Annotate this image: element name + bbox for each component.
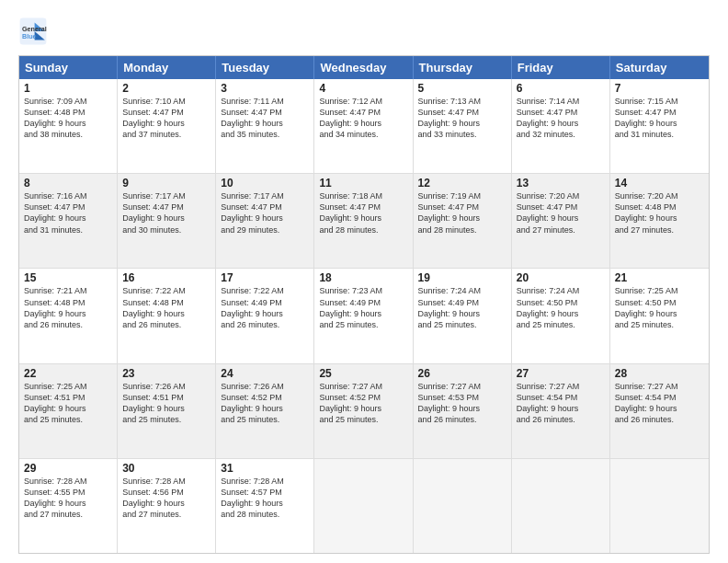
calendar-cell: 10Sunrise: 7:17 AMSunset: 4:47 PMDayligh… — [216, 174, 314, 268]
day-number: 7 — [615, 82, 704, 95]
day-number: 10 — [221, 177, 309, 190]
cell-text: Sunrise: 7:26 AMSunset: 4:51 PMDaylight:… — [122, 381, 210, 426]
cell-text: Sunrise: 7:28 AMSunset: 4:55 PMDaylight:… — [24, 476, 112, 521]
calendar-cell — [414, 459, 512, 553]
calendar-cell: 2Sunrise: 7:10 AMSunset: 4:47 PMDaylight… — [118, 79, 216, 173]
cell-text: Sunrise: 7:18 AMSunset: 4:47 PMDaylight:… — [319, 190, 407, 236]
cell-text: Sunrise: 7:10 AMSunset: 4:47 PMDaylight:… — [122, 96, 210, 141]
day-number: 21 — [615, 271, 704, 284]
day-number: 6 — [517, 82, 605, 95]
cell-text: Sunrise: 7:26 AMSunset: 4:52 PMDaylight:… — [221, 381, 309, 426]
day-number: 19 — [418, 271, 506, 284]
day-number: 14 — [615, 177, 704, 190]
cell-text: Sunrise: 7:15 AMSunset: 4:47 PMDaylight:… — [615, 96, 704, 141]
day-number: 9 — [122, 177, 210, 190]
day-number: 20 — [517, 271, 605, 284]
day-number: 25 — [319, 367, 407, 380]
calendar-cell: 17Sunrise: 7:22 AMSunset: 4:49 PMDayligh… — [216, 269, 314, 362]
calendar-cell: 16Sunrise: 7:22 AMSunset: 4:48 PMDayligh… — [118, 269, 216, 362]
calendar-cell — [610, 459, 709, 553]
day-number: 1 — [24, 82, 112, 95]
day-number: 3 — [221, 82, 309, 95]
calendar-cell: 26Sunrise: 7:27 AMSunset: 4:53 PMDayligh… — [414, 364, 512, 458]
calendar-cell: 6Sunrise: 7:14 AMSunset: 4:47 PMDaylight… — [512, 79, 610, 173]
day-number: 16 — [122, 271, 210, 284]
calendar-cell: 30Sunrise: 7:28 AMSunset: 4:56 PMDayligh… — [118, 459, 216, 553]
day-number: 18 — [319, 271, 407, 284]
calendar-cell: 27Sunrise: 7:27 AMSunset: 4:54 PMDayligh… — [512, 364, 610, 458]
day-number: 27 — [517, 367, 605, 380]
day-number: 26 — [418, 367, 506, 380]
header-day-tuesday: Tuesday — [216, 56, 314, 79]
calendar-cell: 7Sunrise: 7:15 AMSunset: 4:47 PMDaylight… — [610, 79, 709, 173]
header-day-thursday: Thursday — [414, 56, 512, 79]
cell-text: Sunrise: 7:16 AMSunset: 4:47 PMDaylight:… — [24, 190, 112, 236]
header-day-saturday: Saturday — [610, 56, 709, 79]
cell-text: Sunrise: 7:25 AMSunset: 4:50 PMDaylight:… — [615, 285, 704, 330]
cell-text: Sunrise: 7:24 AMSunset: 4:49 PMDaylight:… — [418, 285, 506, 330]
day-number: 2 — [122, 82, 210, 95]
cell-text: Sunrise: 7:22 AMSunset: 4:48 PMDaylight:… — [122, 285, 210, 330]
calendar-cell: 15Sunrise: 7:21 AMSunset: 4:48 PMDayligh… — [19, 269, 118, 362]
calendar-cell: 3Sunrise: 7:11 AMSunset: 4:47 PMDaylight… — [216, 79, 314, 173]
day-number: 17 — [221, 271, 309, 284]
calendar-cell: 13Sunrise: 7:20 AMSunset: 4:47 PMDayligh… — [512, 174, 610, 268]
cell-text: Sunrise: 7:27 AMSunset: 4:52 PMDaylight:… — [319, 381, 407, 426]
day-number: 15 — [24, 271, 112, 284]
calendar-row-3: 15Sunrise: 7:21 AMSunset: 4:48 PMDayligh… — [19, 268, 709, 362]
cell-text: Sunrise: 7:19 AMSunset: 4:47 PMDaylight:… — [418, 190, 506, 236]
day-number: 24 — [221, 367, 309, 380]
cell-text: Sunrise: 7:23 AMSunset: 4:49 PMDaylight:… — [319, 285, 407, 330]
calendar-cell: 24Sunrise: 7:26 AMSunset: 4:52 PMDayligh… — [216, 364, 314, 458]
cell-text: Sunrise: 7:09 AMSunset: 4:48 PMDaylight:… — [24, 96, 112, 141]
calendar-row-2: 8Sunrise: 7:16 AMSunset: 4:47 PMDaylight… — [19, 173, 709, 268]
cell-text: Sunrise: 7:13 AMSunset: 4:47 PMDaylight:… — [418, 96, 506, 141]
svg-text:Blue: Blue — [22, 32, 37, 40]
calendar-row-4: 22Sunrise: 7:25 AMSunset: 4:51 PMDayligh… — [19, 363, 709, 458]
day-number: 4 — [319, 82, 407, 95]
calendar-cell: 28Sunrise: 7:27 AMSunset: 4:54 PMDayligh… — [610, 364, 709, 458]
day-number: 8 — [24, 177, 112, 190]
day-number: 28 — [615, 367, 704, 380]
calendar-cell — [512, 459, 610, 553]
cell-text: Sunrise: 7:28 AMSunset: 4:57 PMDaylight:… — [221, 476, 309, 521]
calendar-cell: 31Sunrise: 7:28 AMSunset: 4:57 PMDayligh… — [216, 459, 314, 553]
header-day-sunday: Sunday — [19, 56, 118, 79]
header: General Blue — [18, 17, 710, 46]
calendar-cell: 25Sunrise: 7:27 AMSunset: 4:52 PMDayligh… — [314, 364, 413, 458]
calendar: SundayMondayTuesdayWednesdayThursdayFrid… — [18, 55, 710, 554]
cell-text: Sunrise: 7:28 AMSunset: 4:56 PMDaylight:… — [122, 476, 210, 521]
cell-text: Sunrise: 7:14 AMSunset: 4:47 PMDaylight:… — [517, 96, 605, 141]
calendar-cell: 11Sunrise: 7:18 AMSunset: 4:47 PMDayligh… — [314, 174, 413, 268]
day-number: 5 — [418, 82, 506, 95]
calendar-row-5: 29Sunrise: 7:28 AMSunset: 4:55 PMDayligh… — [19, 458, 709, 553]
cell-text: Sunrise: 7:20 AMSunset: 4:47 PMDaylight:… — [517, 190, 605, 236]
calendar-cell: 29Sunrise: 7:28 AMSunset: 4:55 PMDayligh… — [19, 459, 118, 553]
cell-text: Sunrise: 7:27 AMSunset: 4:53 PMDaylight:… — [418, 381, 506, 426]
logo: General Blue — [18, 17, 53, 46]
cell-text: Sunrise: 7:25 AMSunset: 4:51 PMDaylight:… — [24, 381, 112, 426]
calendar-cell: 23Sunrise: 7:26 AMSunset: 4:51 PMDayligh… — [118, 364, 216, 458]
cell-text: Sunrise: 7:21 AMSunset: 4:48 PMDaylight:… — [24, 285, 112, 330]
cell-text: Sunrise: 7:24 AMSunset: 4:50 PMDaylight:… — [517, 285, 605, 330]
calendar-header: SundayMondayTuesdayWednesdayThursdayFrid… — [19, 56, 709, 79]
day-number: 11 — [319, 177, 407, 190]
cell-text: Sunrise: 7:17 AMSunset: 4:47 PMDaylight:… — [221, 190, 309, 236]
logo-icon: General Blue — [18, 17, 48, 46]
day-number: 23 — [122, 367, 210, 380]
cell-text: Sunrise: 7:12 AMSunset: 4:47 PMDaylight:… — [319, 96, 407, 141]
calendar-cell: 1Sunrise: 7:09 AMSunset: 4:48 PMDaylight… — [19, 79, 118, 173]
calendar-cell — [314, 459, 413, 553]
cell-text: Sunrise: 7:27 AMSunset: 4:54 PMDaylight:… — [517, 381, 605, 426]
calendar-cell: 12Sunrise: 7:19 AMSunset: 4:47 PMDayligh… — [414, 174, 512, 268]
calendar-cell: 4Sunrise: 7:12 AMSunset: 4:47 PMDaylight… — [314, 79, 413, 173]
day-number: 12 — [418, 177, 506, 190]
header-day-wednesday: Wednesday — [314, 56, 413, 79]
cell-text: Sunrise: 7:20 AMSunset: 4:48 PMDaylight:… — [615, 190, 704, 236]
day-number: 31 — [221, 462, 309, 475]
day-number: 29 — [24, 462, 112, 475]
header-day-friday: Friday — [512, 56, 610, 79]
calendar-cell: 19Sunrise: 7:24 AMSunset: 4:49 PMDayligh… — [414, 269, 512, 362]
calendar-cell: 5Sunrise: 7:13 AMSunset: 4:47 PMDaylight… — [414, 79, 512, 173]
calendar-cell: 22Sunrise: 7:25 AMSunset: 4:51 PMDayligh… — [19, 364, 118, 458]
